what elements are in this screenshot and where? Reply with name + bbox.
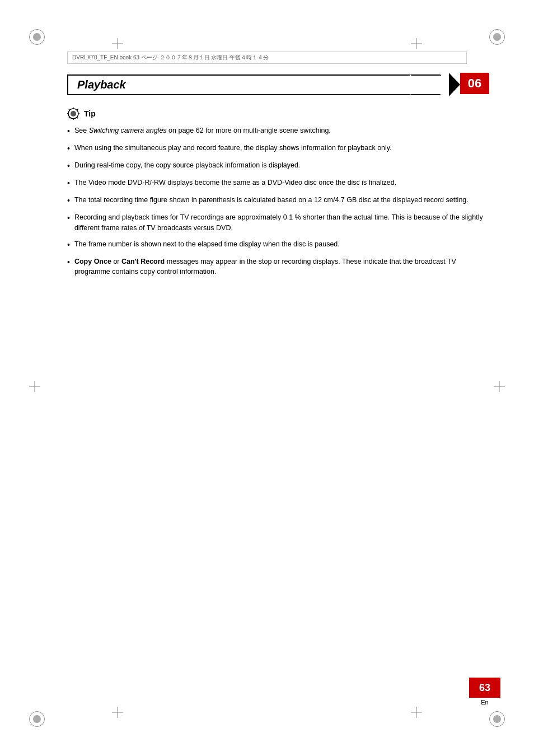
page-lang: En (481, 699, 488, 706)
bullet-list: See Switching camera angles on page 62 f… (67, 125, 489, 277)
copy-once-text: Copy Once (74, 258, 111, 265)
list-item-text: The Video mode DVD-R/-RW displays become… (74, 178, 489, 188)
content-area: Playback 06 Tip (67, 73, 489, 700)
reg-mark-br (489, 711, 505, 727)
list-item-text: Copy Once or Can't Record messages may a… (74, 256, 489, 278)
page: DVRLX70_TF_EN.book 63 ページ ２００７年８月１日 水曜日 … (0, 0, 534, 756)
chapter-badge: 06 (460, 73, 489, 94)
tip-section: Tip See Switching camera angles on page … (67, 108, 489, 277)
cross-mark-mr (494, 381, 505, 392)
section-header: Playback 06 (67, 73, 489, 96)
list-item: During real-time copy, the copy source p… (67, 160, 489, 172)
reg-mark-bl (29, 711, 45, 727)
list-item-text: The total recording time figure shown in… (74, 195, 489, 206)
svg-point-1 (71, 111, 76, 116)
list-item-text: Recording and playback times for TV reco… (74, 212, 489, 234)
file-info-text: DVRLX70_TF_EN.book 63 ページ ２００７年８月１日 水曜日 … (72, 54, 269, 62)
list-item: The total recording time figure shown in… (67, 195, 489, 207)
list-item: See Switching camera angles on page 62 f… (67, 125, 489, 137)
cant-record-text: Can't Record (121, 258, 165, 265)
list-item: When using the simultaneous play and rec… (67, 143, 489, 155)
tip-label: Tip (84, 109, 96, 118)
chapter-number: 06 (468, 76, 481, 91)
list-item: Copy Once or Can't Record messages may a… (67, 256, 489, 278)
cross-mark-tl (112, 38, 123, 49)
reg-mark-tl (29, 29, 45, 45)
list-item-text: When using the simultaneous play and rec… (74, 143, 489, 153)
list-item: Recording and playback times for TV reco… (67, 212, 489, 234)
tip-header: Tip (67, 108, 489, 120)
page-number-area: 63 En (469, 678, 500, 706)
cross-mark-ml (29, 381, 40, 392)
list-item: The frame number is shown next to the el… (67, 239, 489, 251)
list-item-text: The frame number is shown next to the el… (74, 239, 489, 250)
list-item-text: During real-time copy, the copy source p… (74, 160, 489, 171)
cross-mark-br (411, 707, 422, 718)
cross-mark-bl (112, 707, 123, 718)
list-item-text: See Switching camera angles on page 62 f… (74, 125, 489, 136)
title-shape: Playback (67, 73, 460, 96)
list-item: The Video mode DVD-R/-RW displays become… (67, 178, 489, 189)
reg-mark-tr (489, 29, 505, 45)
cross-mark-tr (411, 38, 422, 49)
italic-text: Switching camera angles (89, 127, 167, 134)
page-number-badge: 63 (469, 678, 500, 698)
section-title: Playback (77, 78, 126, 91)
file-info-bar: DVRLX70_TF_EN.book 63 ページ ２００７年８月１日 水曜日 … (67, 52, 467, 64)
page-number: 63 (479, 682, 490, 694)
tip-icon (67, 108, 79, 120)
